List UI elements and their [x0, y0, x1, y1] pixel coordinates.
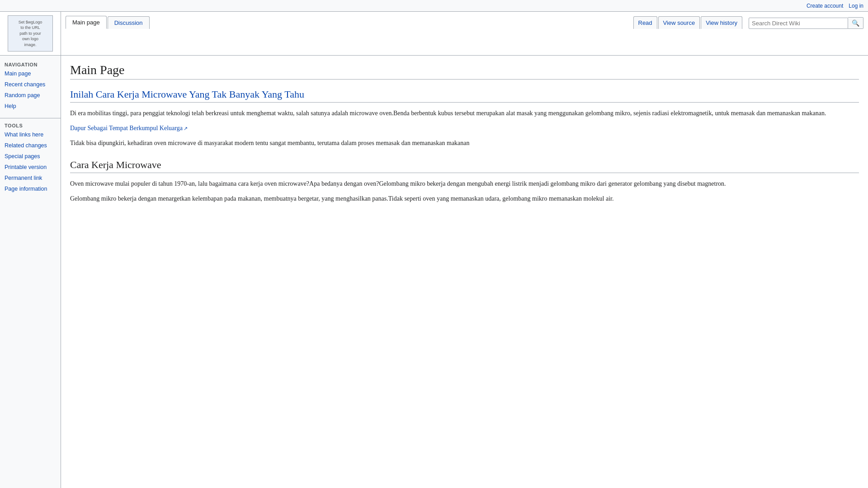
search-icon: 🔍 [852, 19, 859, 27]
create-account-link[interactable]: Create account [807, 3, 843, 9]
sidebar-item-what-links-here[interactable]: What links here [0, 129, 61, 140]
logo-line3: path to your [19, 31, 41, 37]
sidebar-item-help[interactable]: Help [0, 101, 61, 112]
page-title: Main Page [70, 63, 859, 80]
tabs-search-wrapper: Main page Discussion Read View source Vi… [61, 12, 868, 55]
article-content: Main Page Inilah Cara Kerja Microwave Ya… [61, 56, 868, 488]
logo-line4: own logo [22, 36, 38, 42]
sidebar-item-recent-changes[interactable]: Recent changes [0, 79, 61, 90]
search-button[interactable]: 🔍 [848, 17, 863, 29]
section1-title: Inilah Cara Kerja Microwave Yang Tak Ban… [70, 89, 859, 103]
logo-line2: to the URL [20, 25, 40, 31]
sidebar-tools-section: Tools What links here Related changes Sp… [0, 120, 61, 199]
logo-line1: Set $wgLogo [19, 19, 42, 25]
sidebar: Navigation Main page Recent changes Rand… [0, 56, 61, 488]
section1-external-link[interactable]: Dapur Sebagai Tempat Berkumpul Keluarga↗ [70, 125, 188, 131]
sidebar-item-permanent-link[interactable]: Permanent link [0, 173, 61, 183]
logo-area: Set $wgLogo to the URL path to your own … [0, 12, 61, 55]
sidebar-item-page-information[interactable]: Page information [0, 183, 61, 194]
right-area: Read View source View history 🔍 [633, 16, 864, 28]
sidebar-navigation-section: Navigation Main page Recent changes Rand… [0, 59, 61, 116]
sidebar-item-main-page[interactable]: Main page [0, 68, 61, 79]
section1-link-text: Dapur Sebagai Tempat Berkumpul Keluarga [70, 125, 183, 131]
tab-read[interactable]: Read [633, 16, 657, 29]
log-in-link[interactable]: Log in [849, 3, 863, 9]
section1-paragraph1: Di era mobilitas tinggi, para penggiat t… [70, 108, 859, 118]
section2-paragraph1: Oven microwave mulai populer di tahun 19… [70, 178, 859, 189]
tab-discussion[interactable]: Discussion [108, 16, 150, 29]
sidebar-divider [0, 118, 61, 118]
search-input[interactable] [749, 18, 848, 29]
main-layout: Navigation Main page Recent changes Rand… [0, 56, 868, 488]
tab-view-source[interactable]: View source [658, 16, 700, 29]
tools-heading: Tools [0, 120, 61, 129]
search-form: 🔍 [749, 17, 863, 29]
sidebar-item-related-changes[interactable]: Related changes [0, 140, 61, 151]
logo-line5: image. [24, 42, 36, 48]
page-tabs-group: Main page Discussion [66, 15, 151, 28]
tab-main-page[interactable]: Main page [66, 16, 107, 29]
sidebar-item-printable-version[interactable]: Printable version [0, 162, 61, 173]
navigation-heading: Navigation [0, 59, 61, 68]
section1-paragraph2: Tidak bisa dipungkiri, kehadiran oven mi… [70, 138, 859, 148]
top-bar: Create account Log in [0, 0, 868, 12]
site-header: Set $wgLogo to the URL path to your own … [0, 12, 868, 55]
section2-paragraph2: Gelombang mikro bekerja dengan menargetk… [70, 193, 859, 204]
section2-title: Cara Kerja Microwave [70, 159, 859, 173]
external-link-icon: ↗ [184, 126, 188, 131]
section1-link-paragraph: Dapur Sebagai Tempat Berkumpul Keluarga↗ [70, 123, 859, 133]
tab-view-history[interactable]: View history [701, 16, 742, 29]
sidebar-item-special-pages[interactable]: Special pages [0, 151, 61, 162]
sidebar-item-random-page[interactable]: Random page [0, 90, 61, 101]
site-logo: Set $wgLogo to the URL path to your own … [8, 15, 53, 52]
